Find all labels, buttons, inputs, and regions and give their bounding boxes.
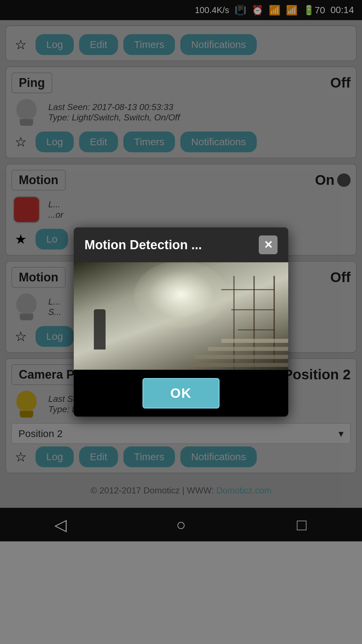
modal-title: Motion Detection ... bbox=[84, 238, 202, 252]
ok-button[interactable]: OK bbox=[142, 378, 220, 409]
motion-detection-modal: Motion Detection ... ✕ bbox=[74, 227, 288, 417]
modal-overlay: Motion Detection ... ✕ bbox=[0, 0, 362, 644]
modal-body bbox=[74, 262, 288, 370]
modal-header: Motion Detection ... ✕ bbox=[74, 227, 288, 262]
camera-preview bbox=[74, 262, 288, 370]
modal-footer: OK bbox=[74, 370, 288, 417]
close-button[interactable]: ✕ bbox=[259, 235, 278, 254]
figure-silhouette bbox=[94, 309, 106, 350]
staircase bbox=[188, 276, 288, 370]
